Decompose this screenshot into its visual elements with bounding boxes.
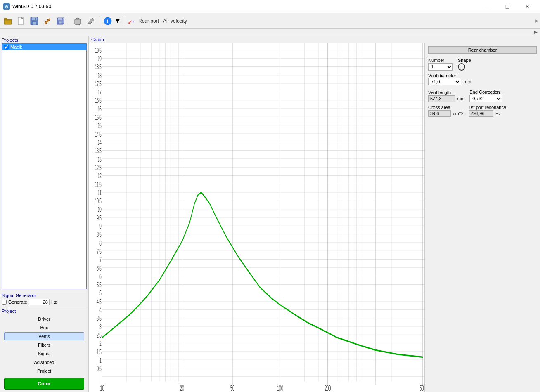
svg-text:8,5: 8,5 (97, 231, 102, 239)
open-btn[interactable] (2, 15, 14, 27)
svg-text:10,5: 10,5 (95, 197, 102, 205)
svg-text:17,5: 17,5 (95, 80, 102, 88)
svg-text:13: 13 (98, 155, 102, 163)
graph-title-label: Rear port - Air velocity (138, 18, 187, 24)
svg-text:16,5: 16,5 (95, 97, 102, 104)
svg-text:1: 1 (99, 357, 102, 364)
minimize-button[interactable]: ─ (478, 0, 497, 13)
nav-project[interactable]: Project (4, 367, 84, 375)
frequency-input[interactable] (29, 299, 50, 305)
svg-rect-4 (32, 17, 37, 20)
svg-text:15: 15 (98, 122, 102, 130)
end-correction-dropdown[interactable]: 0,732 (469, 95, 502, 102)
nav-advanced[interactable]: Advanced (4, 358, 84, 366)
svg-text:11: 11 (98, 189, 102, 197)
hz-label: Hz (51, 300, 57, 305)
svg-text:13,5: 13,5 (95, 147, 102, 155)
vent-length-block: Vent length mm (428, 90, 464, 102)
nav-driver[interactable]: Driver (4, 315, 84, 323)
wrench-btn[interactable] (85, 15, 97, 27)
svg-text:3: 3 (99, 323, 102, 331)
vent-length-unit: mm (457, 96, 464, 101)
svg-text:5,5: 5,5 (97, 281, 102, 289)
svg-point-18 (128, 22, 130, 24)
toolbar: i ▼ Rear port - Air velocity ▶ (0, 13, 540, 29)
svg-text:7: 7 (99, 256, 102, 264)
signal-generator: Signal Generator Generate Hz (0, 291, 88, 307)
svg-text:14,5: 14,5 (95, 130, 102, 138)
bucket-btn[interactable] (71, 15, 84, 27)
svg-text:500: 500 (419, 384, 424, 392)
projects-label: Projects (0, 36, 88, 43)
svg-rect-5 (33, 22, 36, 25)
nav-filters[interactable]: Filters (4, 341, 84, 349)
nav-signal[interactable]: Signal (4, 349, 84, 358)
vent-length-label: Vent length (428, 90, 464, 95)
end-correction-block: End Correction 0,732 (469, 90, 502, 102)
toolbar-graph-label: Rear port - Air velocity (128, 18, 187, 24)
cross-area-unit: cm^2 (453, 111, 464, 116)
project-nav: Project Driver Box Vents Filters Signal … (0, 307, 88, 375)
vent-diameter-label: Vent diameter (428, 73, 537, 78)
generate-label: Generate (8, 300, 27, 305)
app-title: WinISD 0.7.0.950 (12, 4, 51, 9)
color-button[interactable]: Color (4, 378, 84, 390)
toolbar-sep3 (123, 16, 123, 26)
save2-btn[interactable] (54, 15, 67, 27)
port-resonance-input (469, 110, 493, 117)
graph-container: 19,5 19 18,5 18 17,5 17 16,5 16 15,5 15 … (89, 43, 424, 392)
toolbar-arrow: ▶ (535, 18, 538, 24)
toolbar-sep2 (99, 16, 99, 26)
svg-text:7,5: 7,5 (97, 248, 102, 255)
vent-length-row: Vent length mm End Correction 0,732 (428, 90, 537, 102)
nav-vents[interactable]: Vents (4, 332, 84, 340)
svg-text:9: 9 (99, 222, 102, 230)
params-panel: Rear chamber Number 1 Shape (424, 43, 540, 392)
svg-text:6,5: 6,5 (97, 264, 102, 272)
svg-text:2: 2 (99, 340, 102, 347)
nav-box[interactable]: Box (4, 324, 84, 332)
edit-btn[interactable] (41, 15, 54, 27)
svg-text:18: 18 (98, 71, 102, 79)
info-btn[interactable]: i (102, 15, 114, 27)
port-resonance-unit: Hz (495, 111, 501, 116)
frequency-chart: 19,5 19 18,5 18 17,5 17 16,5 16 15,5 15 … (89, 43, 424, 392)
project-name-macik: Macik (10, 45, 22, 50)
svg-rect-9 (58, 18, 62, 20)
project-item-macik[interactable]: Macik (2, 44, 86, 50)
cross-area-row: Cross area cm^2 1st port resonance Hz (428, 105, 537, 117)
graph-area: 19,5 19 18,5 18 17,5 17 16,5 16 15,5 15 … (89, 43, 424, 392)
app-icon: W (3, 3, 10, 10)
svg-text:3,5: 3,5 (97, 314, 102, 322)
number-dropdown[interactable]: 1 (428, 63, 453, 71)
svg-text:9,5: 9,5 (97, 214, 102, 222)
vent-length-input[interactable] (428, 95, 455, 102)
graph-header: Graph (89, 36, 540, 43)
number-block: Number 1 (428, 58, 453, 71)
subtitle-bar: ▶ (0, 29, 540, 36)
close-button[interactable]: ✕ (518, 0, 537, 13)
svg-text:4: 4 (99, 306, 102, 314)
svg-text:17: 17 (98, 88, 102, 96)
new-btn[interactable] (15, 15, 27, 27)
vent-diameter-dropdown[interactable]: 71,0 (428, 78, 461, 85)
chamber-label: Rear chamber (428, 46, 537, 54)
svg-text:20: 20 (180, 384, 184, 392)
svg-text:2,5: 2,5 (97, 331, 102, 339)
titlebar-controls: ─ □ ✕ (478, 0, 537, 13)
save-btn[interactable] (28, 15, 40, 27)
maximize-button[interactable]: □ (498, 0, 517, 13)
project-checkbox-macik[interactable] (4, 45, 9, 50)
generate-checkbox[interactable] (2, 300, 7, 305)
svg-rect-6 (35, 18, 36, 20)
svg-text:4,5: 4,5 (97, 298, 102, 306)
signal-gen-row: Generate Hz (2, 299, 87, 305)
dropdown-btn[interactable]: ▼ (115, 15, 121, 27)
main-layout: Projects Macik Signal Generator Generate… (0, 36, 540, 392)
svg-text:50: 50 (230, 384, 234, 392)
cross-area-label: Cross area (428, 105, 464, 110)
number-shape-row: Number 1 Shape (428, 58, 537, 71)
svg-text:5: 5 (99, 289, 102, 297)
cross-area-block: Cross area cm^2 (428, 105, 464, 117)
svg-text:14: 14 (98, 139, 102, 146)
